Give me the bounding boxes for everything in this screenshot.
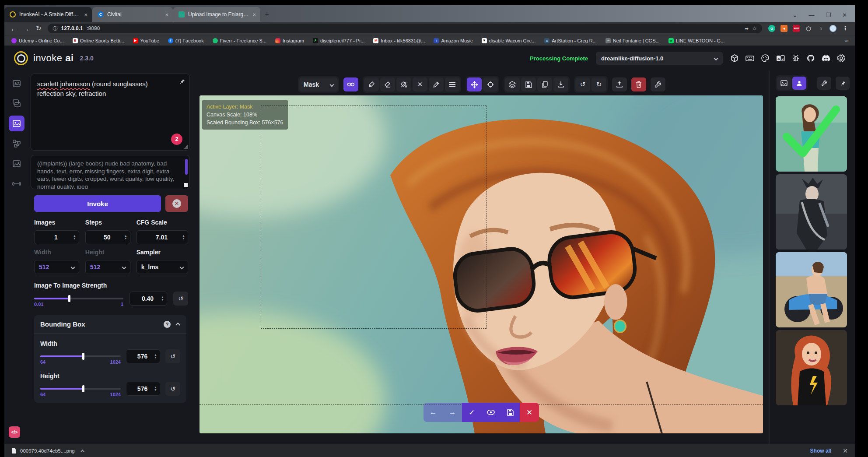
slider-handle[interactable] xyxy=(68,295,70,302)
layer-select[interactable]: Mask xyxy=(299,77,338,91)
hotkeys-keyboard-icon[interactable] xyxy=(746,55,754,62)
stepper-icons[interactable]: ▲▼ xyxy=(182,235,185,240)
download-image-icon[interactable] xyxy=(553,77,568,91)
stepper-icons[interactable]: ▲▼ xyxy=(73,235,76,240)
height-select[interactable]: 512 xyxy=(85,260,130,274)
github-icon[interactable] xyxy=(807,54,815,62)
resize-grip[interactable] xyxy=(184,183,188,187)
minimize-button[interactable]: — xyxy=(808,12,814,18)
bookmark-item[interactable]: BOnline Sports Betti... xyxy=(73,38,124,43)
tab-unified-canvas[interactable] xyxy=(9,116,24,131)
copy-to-clipboard-icon[interactable] xyxy=(537,77,552,91)
accept-image-button[interactable]: ✓ xyxy=(462,403,481,422)
bookmark-item[interactable]: Instagram xyxy=(275,38,304,43)
bookmark-item[interactable]: f(7) Facebook xyxy=(168,38,204,43)
bookmark-star-icon[interactable]: ☆ xyxy=(752,25,757,32)
tab-search-icon[interactable]: ⌄ xyxy=(793,12,798,18)
discard-image-button[interactable]: ✕ xyxy=(520,403,539,422)
scrollbar-thumb[interactable] xyxy=(185,159,188,175)
bbox-width-reset-button[interactable]: ↺ xyxy=(165,349,180,363)
show-hide-image-button[interactable] xyxy=(481,403,500,422)
back-button[interactable]: ← xyxy=(10,25,17,32)
clear-canvas-trash-icon[interactable] xyxy=(631,77,646,91)
bounding-box-outline[interactable] xyxy=(261,105,486,329)
collapse-chevron-icon[interactable] xyxy=(175,322,180,327)
window-close-button[interactable]: ✕ xyxy=(842,12,847,18)
reload-button[interactable]: ↻ xyxy=(36,25,42,32)
console-toggle-button[interactable]: </> xyxy=(9,426,20,438)
restore-button[interactable]: ❐ xyxy=(826,12,831,18)
bbox-height-reset-button[interactable]: ↺ xyxy=(165,382,180,396)
bbox-height-slider[interactable]: 64 1024 xyxy=(40,383,121,394)
bookmark-item[interactable]: ▼disable Wacom Circ... xyxy=(482,38,536,43)
eraser-tool-icon[interactable] xyxy=(380,77,395,91)
cfg-input[interactable]: 7.01▲▼ xyxy=(136,230,188,244)
bookmark-item[interactable]: Fiverr - Freelance S... xyxy=(213,38,266,43)
menu-dots-icon[interactable]: ⋮ xyxy=(842,25,849,32)
redo-icon[interactable]: ↻ xyxy=(592,77,606,91)
bookmark-item[interactable]: Udemy - Online Co... xyxy=(11,38,64,43)
strength-reset-button[interactable]: ↺ xyxy=(173,292,188,306)
stepper-icons[interactable]: ▲▼ xyxy=(154,386,157,391)
width-select[interactable]: 512 xyxy=(34,260,79,274)
next-image-button[interactable]: → xyxy=(443,403,462,422)
bookmark-item[interactable]: ✗discipleneil777 - Pr... xyxy=(313,38,365,43)
forward-button[interactable]: → xyxy=(23,25,30,32)
bookmark-item[interactable]: ♪Amazon Music xyxy=(434,38,472,43)
canvas-image[interactable]: Active Layer: Mask Canvas Scale: 108% Sc… xyxy=(200,95,763,433)
tab-training[interactable] xyxy=(9,176,24,192)
gallery-thumbnail[interactable] xyxy=(776,174,847,250)
bookmark-item[interactable]: MInbox - klk56831@... xyxy=(373,38,425,43)
fill-eraser-icon[interactable] xyxy=(396,77,411,91)
stepper-icons[interactable]: ▲▼ xyxy=(161,296,164,301)
save-to-gallery-icon[interactable] xyxy=(521,77,536,91)
site-info-icon[interactable]: ⓘ xyxy=(53,25,58,32)
gallery-user-tab[interactable] xyxy=(792,77,806,90)
bbox-width-input[interactable]: 576▲▼ xyxy=(126,349,160,363)
clear-mask-icon[interactable]: ✕ xyxy=(413,77,427,91)
save-staging-button[interactable] xyxy=(500,403,520,422)
images-input[interactable]: 1▲▼ xyxy=(34,230,79,244)
tab-civitai[interactable]: C Civitai × xyxy=(92,7,173,22)
tab-close-icon[interactable]: × xyxy=(165,11,168,18)
speaker-extension-icon[interactable]: ◄ xyxy=(780,25,788,32)
gallery-settings-wrench-icon[interactable] xyxy=(817,77,831,90)
gallery-thumbnail[interactable] xyxy=(776,330,847,405)
previous-image-button[interactable]: ← xyxy=(424,403,443,422)
bookmark-item[interactable]: ▶YouTube xyxy=(133,38,159,43)
move-tool-icon[interactable] xyxy=(467,77,482,91)
report-bug-icon[interactable] xyxy=(792,54,800,62)
tab-invokeai[interactable]: InvokeAI - A Stable Diffusion Too × xyxy=(4,7,92,22)
abp-extension-icon[interactable]: ABP xyxy=(793,25,800,32)
sampler-select[interactable]: k_lms xyxy=(136,260,188,274)
extensions-puzzle-icon[interactable]: ⬡ xyxy=(805,25,812,32)
show-all-downloads-link[interactable]: Show all xyxy=(810,448,832,454)
gallery-pin-icon[interactable] xyxy=(836,77,850,90)
bookmark-item[interactable]: ∞Neil Fontaine | CGS... xyxy=(606,38,660,43)
merge-layers-icon[interactable] xyxy=(505,77,520,91)
stepper-icons[interactable]: ▲▼ xyxy=(154,354,157,359)
tab-close-icon[interactable]: × xyxy=(84,11,88,18)
undo-icon[interactable]: ↺ xyxy=(575,77,590,91)
tab-nodes[interactable] xyxy=(9,136,24,151)
model-select[interactable]: dreamlike-diffusion-1.0 xyxy=(596,52,723,65)
profile-avatar[interactable] xyxy=(830,25,836,32)
invoke-button[interactable]: Invoke xyxy=(34,195,161,212)
color-picker-icon[interactable] xyxy=(429,77,444,91)
tab-upscale[interactable]: Upload Image to Enlarge & Enha × xyxy=(173,7,260,22)
download-menu-chevron[interactable] xyxy=(80,450,84,453)
reset-view-icon[interactable] xyxy=(483,77,498,91)
strength-input[interactable]: 0.40▲▼ xyxy=(130,292,167,306)
gallery-thumbnail[interactable] xyxy=(776,252,847,327)
discord-icon[interactable] xyxy=(822,55,830,62)
theme-palette-icon[interactable] xyxy=(761,54,769,62)
help-icon[interactable]: ? xyxy=(164,321,171,328)
upload-image-icon[interactable] xyxy=(612,77,627,91)
bookmark-item[interactable]: ▲ArtStation - Greg R... xyxy=(544,38,597,43)
tab-close-icon[interactable]: × xyxy=(252,11,256,18)
url-input[interactable]: ⓘ 127.0.0.1 :9090 ➦ ☆ xyxy=(48,24,762,33)
negative-prompt-input[interactable]: ((implants)) (large boobs) nude bad anat… xyxy=(31,155,190,189)
grammarly-extension-icon[interactable]: G xyxy=(768,25,775,32)
stepper-icons[interactable]: ▲▼ xyxy=(124,235,127,240)
tab-post-processing[interactable] xyxy=(9,156,24,172)
